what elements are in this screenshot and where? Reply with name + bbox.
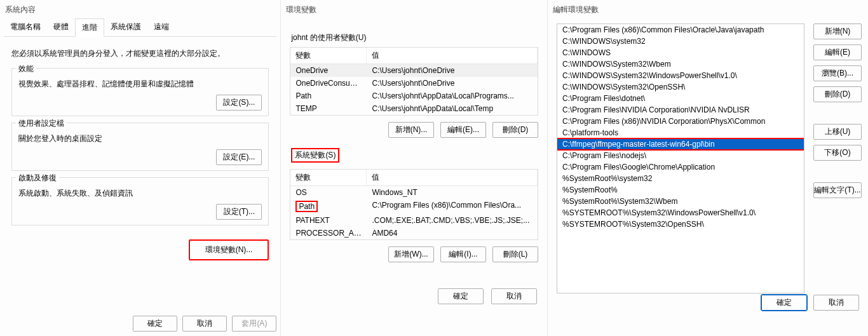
list-item[interactable]: %SystemRoot%\System32\Wbem — [557, 196, 804, 207]
tab-remote[interactable]: 遠端 — [147, 18, 175, 36]
table-row[interactable]: PathC:\Users\johnt\AppData\Local\Program… — [290, 90, 538, 102]
col-value[interactable]: 值 — [367, 48, 538, 64]
system-properties-title: 系統內容 — [0, 0, 280, 18]
cancel-button[interactable]: 取消 — [182, 316, 227, 332]
table-row[interactable]: OneDriveC:\Users\johnt\OneDrive — [290, 64, 538, 77]
ok-button[interactable]: 確定 — [133, 316, 177, 332]
tab-computer-name[interactable]: 電腦名稱 — [4, 18, 47, 36]
startup-recovery-title: 啟動及修復 — [16, 173, 59, 184]
user-edit-button[interactable]: 編輯(E)... — [440, 122, 486, 138]
system-delete-button[interactable]: 刪除(L) — [492, 246, 538, 262]
move-up-button[interactable]: 上移(U) — [813, 124, 862, 140]
user-profiles-group: 使用者設定檔 關於您登入時的桌面設定 設定(E)... — [11, 123, 269, 171]
delete-button[interactable]: 刪除(D) — [813, 86, 862, 102]
table-row[interactable]: PROCESSOR_AR...AMD64 — [290, 227, 538, 239]
ok-button[interactable]: 確定 — [761, 295, 807, 311]
list-item[interactable]: C:\WINDOWS\System32\Wbem — [557, 58, 804, 70]
col-variable[interactable]: 變數 — [290, 48, 367, 64]
browse-button[interactable]: 瀏覽(B)... — [813, 65, 862, 81]
list-item[interactable]: C:\WINDOWS\System32\WindowsPowerShell\v1… — [557, 70, 804, 81]
startup-recovery-desc: 系統啟動、系統失敗、及偵錯資訊 — [18, 188, 262, 199]
list-item[interactable]: %SYSTEMROOT%\System32\OpenSSH\ — [557, 218, 804, 230]
move-down-button[interactable]: 下移(O) — [813, 145, 862, 161]
list-item[interactable]: %SystemRoot% — [557, 184, 804, 196]
col-variable[interactable]: 變數 — [290, 170, 367, 185]
system-vars-label: 系統變數(S) — [291, 148, 339, 163]
list-item[interactable]: C:\WINDOWS\System32\OpenSSH\ — [557, 81, 804, 93]
performance-desc: 視覺效果、處理器排程、記憶體使用量和虛擬記憶體 — [18, 79, 262, 90]
system-properties-tabs: 電腦名稱 硬體 進階 系統保護 遠端 — [4, 18, 276, 37]
performance-group: 效能 視覺效果、處理器排程、記憶體使用量和虛擬記憶體 設定(S)... — [11, 68, 269, 116]
performance-title: 效能 — [16, 64, 36, 74]
startup-recovery-settings-button[interactable]: 設定(T)... — [216, 204, 262, 220]
list-item[interactable]: C:\Program Files\dotnet\ — [557, 93, 804, 104]
performance-settings-button[interactable]: 設定(S)... — [216, 95, 262, 111]
user-new-button[interactable]: 新增(N)... — [388, 122, 434, 138]
user-vars-table: 變數 值 OneDriveC:\Users\johnt\OneDriveOneD… — [290, 47, 538, 116]
env-vars-title: 環境變數 — [281, 0, 547, 18]
list-item[interactable]: %SystemRoot%\system32 — [557, 173, 804, 184]
table-row[interactable]: PathC:\Program Files (x86)\Common Files\… — [290, 199, 538, 214]
system-edit-button[interactable]: 編輯(I)... — [440, 246, 486, 262]
user-profiles-desc: 關於您登入時的桌面設定 — [18, 133, 262, 144]
edit-button[interactable]: 編輯(E) — [813, 44, 862, 60]
list-item[interactable]: C:\WINDOWS — [557, 47, 804, 58]
col-value[interactable]: 值 — [367, 170, 538, 185]
tab-system-protection[interactable]: 系統保護 — [104, 18, 147, 36]
edit-text-button[interactable]: 編輯文字(T)... — [813, 182, 862, 198]
cancel-button[interactable]: 取消 — [813, 295, 859, 311]
list-item[interactable]: C:\ffmpeg\ffmpeg-master-latest-win64-gpl… — [557, 138, 804, 150]
environment-variables-button[interactable]: 環境變數(N)... — [189, 239, 269, 260]
system-vars-table: 變數 值 OSWindows_NTPathC:\Program Files (x… — [290, 169, 538, 240]
table-row[interactable]: TEMPC:\Users\johnt\AppData\Local\Temp — [290, 102, 538, 115]
edit-env-var-title: 編輯環境變數 — [548, 0, 868, 18]
list-item[interactable]: C:\Program Files\Google\Chrome\Applicati… — [557, 161, 804, 173]
ok-button[interactable]: 確定 — [438, 288, 484, 304]
list-item[interactable]: C:\WINDOWS\system32 — [557, 36, 804, 47]
startup-recovery-group: 啟動及修復 系統啟動、系統失敗、及偵錯資訊 設定(T)... — [11, 177, 269, 225]
apply-button[interactable]: 套用(A) — [232, 316, 276, 332]
list-item[interactable]: %SYSTEMROOT%\System32\WindowsPowerShell\… — [557, 207, 804, 218]
user-profiles-settings-button[interactable]: 設定(E)... — [216, 149, 262, 165]
admin-note: 您必須以系統管理員的身分登入，才能變更這裡的大部分設定。 — [11, 48, 269, 59]
table-row[interactable]: OneDriveConsum...C:\Users\johnt\OneDrive — [290, 77, 538, 90]
user-vars-label: johnt 的使用者變數(U) — [291, 32, 537, 43]
path-list[interactable]: C:\Program Files (x86)\Common Files\Orac… — [557, 24, 804, 293]
list-item[interactable]: C:\Program Files\nodejs\ — [557, 150, 804, 161]
list-item[interactable]: C:\Program Files (x86)\Common Files\Orac… — [557, 24, 804, 36]
table-row[interactable]: OSWindows_NT — [290, 186, 538, 199]
user-delete-button[interactable]: 刪除(D) — [492, 122, 538, 138]
tab-advanced[interactable]: 進階 — [75, 18, 104, 37]
list-item[interactable]: C:\Program Files (x86)\NVIDIA Corporatio… — [557, 116, 804, 127]
cancel-button[interactable]: 取消 — [491, 288, 537, 304]
list-item[interactable]: C:\platform-tools — [557, 127, 804, 138]
table-row[interactable]: PATHEXT.COM;.EXE;.BAT;.CMD;.VBS;.VBE;.JS… — [290, 214, 538, 227]
list-item[interactable]: C:\Program Files\NVIDIA Corporation\NVID… — [557, 104, 804, 116]
tab-hardware[interactable]: 硬體 — [47, 18, 75, 36]
new-button[interactable]: 新增(N) — [813, 24, 862, 39]
user-profiles-title: 使用者設定檔 — [16, 118, 67, 129]
system-new-button[interactable]: 新增(W)... — [388, 246, 434, 262]
